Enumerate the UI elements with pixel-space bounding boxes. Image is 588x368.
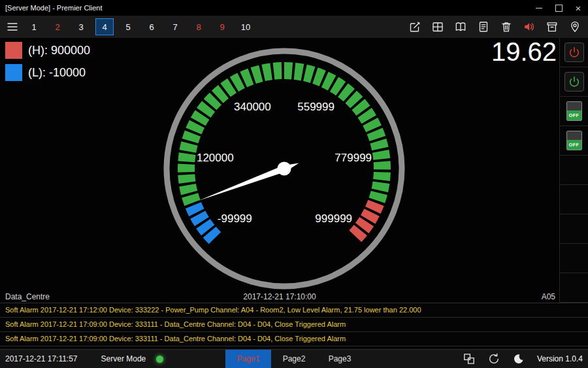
close-button[interactable]: × (568, 0, 588, 16)
status-actions: Version 1.0.4 (463, 352, 588, 365)
alarm-row[interactable]: Soft Alarm 2017-12-21 17:09:00 Device: 3… (0, 332, 588, 346)
theme-button[interactable] (512, 352, 525, 365)
svg-text:-99999: -99999 (218, 212, 252, 225)
toolbar: 1 2 3 4 5 6 7 8 9 10 (0, 16, 588, 38)
page-tab-1[interactable]: 1 (25, 18, 43, 35)
switch-off-label: OFF (567, 140, 581, 150)
moon-icon (513, 353, 525, 365)
side-cell (560, 38, 588, 67)
edit-button[interactable] (408, 20, 421, 33)
layout-icon (463, 352, 476, 365)
alarm-list: Soft Alarm 2017-12-21 17:12:00 Device: 3… (0, 303, 588, 350)
gauge-legend: (H): 900000 (L): -10000 (5, 42, 90, 86)
page3-tab[interactable]: Page3 (317, 350, 363, 368)
panel-footer: Data_Centre 2017-12-21 17:10:00 A05 (0, 292, 559, 303)
log-button[interactable] (477, 20, 490, 33)
legend-low: (L): -10000 (5, 64, 90, 81)
svg-text:999999: 999999 (315, 212, 352, 225)
alarm-row[interactable]: Soft Alarm 2017-12-21 17:09:00 Device: 3… (0, 318, 588, 332)
title-bar: [Server Mode] - Premier Client × (0, 0, 588, 16)
low-limit-label: (L): -10000 (28, 66, 86, 80)
switch-rocker (567, 102, 581, 110)
trash-icon (500, 20, 513, 33)
side-cell-empty (560, 214, 588, 244)
side-panel: OFF OFF (559, 38, 588, 303)
svg-text:340000: 340000 (234, 101, 271, 113)
grid-icon (431, 20, 444, 33)
side-cell-empty (560, 185, 588, 214)
hamburger-icon (6, 20, 19, 33)
toggle-switch-2[interactable]: OFF (566, 131, 582, 150)
switch-rocker (567, 131, 581, 140)
page2-tab[interactable]: Page2 (271, 350, 317, 368)
status-pages: Page1 Page2 Page3 (225, 350, 363, 368)
page-tab-9[interactable]: 9 (213, 18, 231, 35)
status-bar: 2017-12-21 17:11:57 Server Mode Page1 Pa… (0, 349, 588, 368)
window-controls: × (529, 0, 588, 16)
high-limit-label: (H): 900000 (28, 44, 90, 58)
page-tab-7[interactable]: 7 (166, 18, 184, 35)
legend-high: (H): 900000 (5, 42, 90, 59)
side-cell-empty (560, 156, 588, 185)
svg-text:779999: 779999 (335, 152, 372, 164)
maximize-icon (555, 5, 563, 12)
status-datetime: 2017-12-21 17:11:57 (0, 354, 78, 363)
minimize-button[interactable] (529, 0, 549, 16)
side-cell-empty (560, 273, 588, 303)
grid-button[interactable] (431, 20, 444, 33)
alarm-row[interactable]: Soft Alarm 2017-12-21 17:12:00 Device: 3… (0, 303, 588, 318)
page1-tab[interactable]: Page1 (225, 350, 271, 368)
sync-icon (487, 352, 500, 365)
svg-text:120000: 120000 (197, 152, 234, 164)
channel-label: A05 (542, 292, 555, 301)
toggle-switch-1[interactable]: OFF (566, 101, 582, 121)
layout-button[interactable] (463, 352, 476, 365)
page-tab-4[interactable]: 4 (95, 18, 114, 35)
pin-icon (568, 20, 581, 33)
current-value: 19.62 (491, 38, 557, 65)
side-cell-empty (560, 244, 588, 273)
edit-icon (408, 20, 421, 33)
window-title: [Server Mode] - Premier Client (0, 4, 103, 12)
gauge-panel: (H): 900000 (L): -10000 19.62 -999991200… (0, 38, 559, 303)
archive-icon (546, 20, 559, 33)
switch-off-label: OFF (567, 110, 581, 120)
page-tab-8[interactable]: 8 (189, 18, 208, 35)
close-icon: × (576, 3, 581, 13)
device-name: Data_Centre (5, 292, 50, 301)
version-label: Version 1.0.4 (537, 354, 583, 363)
book-button[interactable] (454, 20, 467, 33)
gauge-dial: -99999120000340000559999779999999999 (159, 43, 410, 294)
toolbar-actions (408, 20, 588, 33)
side-cell: OFF (560, 97, 588, 126)
page-tab-10[interactable]: 10 (237, 18, 255, 35)
sync-button[interactable] (487, 352, 500, 365)
power-off-button[interactable] (564, 42, 584, 62)
menu-button[interactable] (0, 16, 25, 38)
side-cell: OFF (560, 126, 588, 156)
app-window: [Server Mode] - Premier Client × 1 2 3 4… (0, 0, 588, 368)
page-tab-3[interactable]: 3 (72, 18, 90, 35)
gauge-timestamp: 2017-12-21 17:10:00 (243, 292, 316, 301)
page-tab-6[interactable]: 6 (142, 18, 161, 35)
power-icon-green (568, 76, 580, 88)
page-tab-5[interactable]: 5 (119, 18, 137, 35)
book-icon (454, 20, 467, 33)
maximize-button[interactable] (549, 0, 568, 16)
side-cell (560, 67, 588, 97)
power-icon-red (568, 46, 580, 58)
trash-button[interactable] (500, 20, 513, 33)
speaker-icon (523, 20, 536, 33)
sound-button[interactable] (523, 20, 536, 33)
page-tabs: 1 2 3 4 5 6 7 8 9 10 (25, 18, 260, 35)
gauge-hub (278, 162, 291, 176)
status-indicator (156, 356, 163, 363)
bin-button[interactable] (546, 20, 559, 33)
svg-text:559999: 559999 (297, 101, 335, 113)
location-button[interactable] (568, 20, 581, 33)
high-color-swatch (5, 42, 22, 59)
power-on-button[interactable] (564, 72, 584, 92)
note-icon (477, 20, 490, 33)
low-color-swatch (5, 64, 22, 81)
page-tab-2[interactable]: 2 (48, 18, 67, 35)
